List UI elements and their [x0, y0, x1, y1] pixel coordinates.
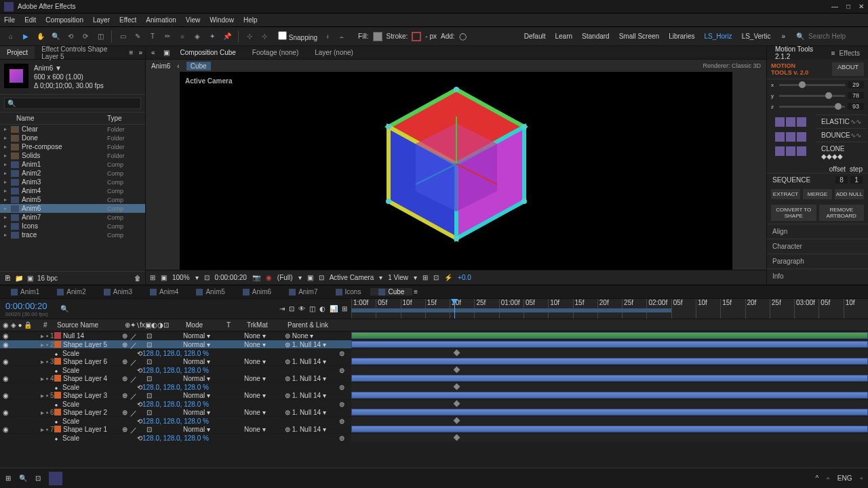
timeline-tab-anim6[interactable]: Anim6 [235, 288, 279, 296]
eraser-tool-icon[interactable]: ◈ [192, 31, 203, 42]
menu-view[interactable]: View [186, 16, 201, 24]
menu-composition[interactable]: Composition [45, 16, 83, 24]
new-folder-icon[interactable]: 📁 [15, 274, 23, 282]
project-item-anim7[interactable]: ▸Anim7Comp [0, 213, 145, 222]
panel-info[interactable]: Info [767, 268, 868, 283]
home-icon[interactable]: ⌂ [5, 31, 16, 42]
shy-icon[interactable]: 👁 [298, 305, 305, 312]
tray-icon[interactable]: ▫ [827, 474, 829, 482]
layer-property-scale[interactable]: ⬥Scale⟲ 128.0, 128.0, 128.0 %⊚ [0, 366, 868, 374]
timeline-tab-cube[interactable]: Cube [370, 288, 412, 296]
task-view-icon[interactable]: ⊡ [35, 474, 41, 482]
add-dropdown-icon[interactable]: ◯ [459, 33, 467, 40]
comp-tab[interactable]: Composition Cube [175, 49, 241, 56]
sequence-a-input[interactable]: 8 [835, 176, 848, 184]
layer-property-scale[interactable]: ⬥Scale⟲ 128.0, 128.0, 128.0 %⊚ [0, 349, 868, 357]
workspace-small screen[interactable]: Small Screen [619, 33, 659, 40]
camera-tool-icon[interactable]: ◫ [95, 31, 106, 42]
layer-property-scale[interactable]: ⬥Scale⟲ 128.0, 128.0, 128.0 %⊚ [0, 383, 868, 391]
tab-project[interactable]: Project [0, 46, 35, 59]
selection-tool-icon[interactable]: ▶ [20, 31, 31, 42]
timeline-search-input[interactable] [60, 305, 101, 312]
tab-motion-tools[interactable]: Motion Tools 2.1.2 [771, 45, 831, 60]
project-item-pre-compose[interactable]: ▸Pre-composeFolder [0, 142, 145, 151]
draft3d-icon[interactable]: ⊡ [289, 305, 294, 312]
resolution-dropdown[interactable]: (Full) [277, 274, 293, 281]
start-button[interactable]: ⊞ [5, 474, 11, 482]
res-icon[interactable]: ⊡ [204, 274, 210, 281]
sequence-b-input[interactable]: 1 [850, 176, 863, 184]
orbit-tool-icon[interactable]: ⟲ [65, 31, 76, 42]
motion-blur-icon[interactable]: ◐ [319, 305, 326, 312]
work-area[interactable] [351, 308, 671, 312]
taskbar-ae-icon[interactable] [49, 472, 62, 485]
3d-icon[interactable]: ⊞ [422, 274, 428, 281]
layer-property-scale[interactable]: ⬥Scale⟲ 128.0, 128.0, 128.0 %⊚ [0, 434, 868, 442]
playhead[interactable] [454, 299, 455, 319]
layer-row[interactable]: ◉ ▸ ▪ 5 Shape Layer 3 ⊕／⊡ Normal ▾ None … [0, 391, 868, 400]
timeline-tab-anim3[interactable]: Anim3 [96, 288, 140, 296]
extract-button[interactable]: EXTRACT [771, 189, 800, 199]
workspace-libraries[interactable]: Libraries [669, 33, 694, 40]
zoom-dropdown[interactable]: 100% [172, 274, 190, 281]
tab-effects[interactable]: Effects [835, 49, 864, 57]
exposure-value[interactable]: +0.0 [458, 274, 471, 281]
layer-row[interactable]: ◉ ▸ ▪ 1 Null 14 ⊕／⊡ Normal ▾ None ▾ ⊚ No… [0, 331, 868, 340]
graph-icon[interactable]: 📊 [330, 305, 338, 312]
menu-file[interactable]: File [4, 16, 15, 24]
remove-artboard-button[interactable]: REMOVE ARTBOARD [819, 205, 865, 221]
menu-layer[interactable]: Layer [93, 16, 110, 24]
layer-row[interactable]: ◉ ▸ ▪ 4 Shape Layer 4 ⊕／⊡ Normal ▾ None … [0, 374, 868, 383]
rotate-tool-icon[interactable]: ⟳ [80, 31, 91, 42]
stroke-swatch[interactable] [412, 32, 421, 41]
pen-tool-icon[interactable]: ✎ [132, 31, 143, 42]
clone-tool-icon[interactable]: ⟐ [177, 31, 188, 42]
project-item-clear[interactable]: ▸ClearFolder [0, 125, 145, 134]
region-icon[interactable]: ▣ [307, 274, 313, 281]
timeline-tab-anim7[interactable]: Anim7 [281, 288, 326, 296]
brush-tool-icon[interactable]: ✏ [162, 31, 173, 42]
menu-effect[interactable]: Effect [119, 16, 136, 24]
puppet-tool-icon[interactable]: 📌 [222, 31, 233, 42]
viewport[interactable]: Active Camera [180, 72, 732, 270]
layer-row[interactable]: ◉ ▸ ▪ 7 Shape Layer 1 ⊕／⊡ Normal ▾ None … [0, 425, 868, 434]
project-item-anim1[interactable]: ▸Anim1Comp [0, 160, 145, 169]
new-comp-icon[interactable]: ▣ [27, 274, 33, 282]
comp-tab[interactable]: Layer (none) [309, 49, 359, 56]
snap-opt-icon[interactable]: ⫞ [321, 31, 332, 42]
tray-up-icon[interactable]: ^ [816, 474, 819, 482]
panel-character[interactable]: Character [767, 239, 868, 253]
breadcrumb-cube[interactable]: Cube [186, 62, 211, 70]
project-item-anim3[interactable]: ▸Anim3Comp [0, 178, 145, 186]
type-tool-icon[interactable]: T [147, 31, 158, 42]
interpret-icon[interactable]: 🖹 [4, 274, 11, 282]
about-button[interactable]: ABOUT [832, 62, 864, 76]
project-item-done[interactable]: ▸DoneFolder [0, 134, 145, 142]
brainstorm-icon[interactable]: ⊞ [342, 305, 347, 312]
roto-tool-icon[interactable]: ✦ [207, 31, 218, 42]
mask-icon[interactable]: ▣ [161, 274, 167, 281]
timeline-tab-anim2[interactable]: Anim2 [49, 288, 94, 296]
slider-z[interactable] [779, 106, 845, 108]
taskbar-search-icon[interactable]: 🔍 [19, 474, 27, 482]
fast-icon[interactable]: ⚡ [444, 274, 452, 281]
timeline-tab-anim5[interactable]: Anim5 [188, 288, 233, 296]
comp-mini-icon[interactable]: ▣ [163, 49, 170, 56]
mask-toggle-icon[interactable]: ◉ [266, 274, 272, 281]
vp-timecode[interactable]: 0:00:00:20 [215, 274, 247, 281]
zoom-tool-icon[interactable]: 🔍 [50, 31, 61, 42]
menu-window[interactable]: Window [210, 16, 234, 24]
minimize-button[interactable]: — [831, 3, 838, 10]
merge-button[interactable]: MERGE [803, 189, 832, 199]
layer-property-scale[interactable]: ⬥Scale⟲ 128.0, 128.0, 128.0 %⊚ [0, 400, 868, 408]
workspace-default[interactable]: Default [524, 33, 546, 40]
menu-edit[interactable]: Edit [24, 16, 36, 24]
project-item-trace[interactable]: ▸traceComp [0, 230, 145, 239]
snap-opt2-icon[interactable]: ⫠ [336, 31, 347, 42]
panel-paragraph[interactable]: Paragraph [767, 253, 868, 268]
panel-align[interactable]: Align [767, 224, 868, 239]
workspace-ls_vertic[interactable]: LS_Vertic [742, 33, 771, 40]
project-item-anim5[interactable]: ▸Anim5Comp [0, 195, 145, 204]
layer-row[interactable]: ◉ ▸ ▪ 6 Shape Layer 2 ⊕／⊡ Normal ▾ None … [0, 408, 868, 417]
workspace-standard[interactable]: Standard [582, 33, 610, 40]
